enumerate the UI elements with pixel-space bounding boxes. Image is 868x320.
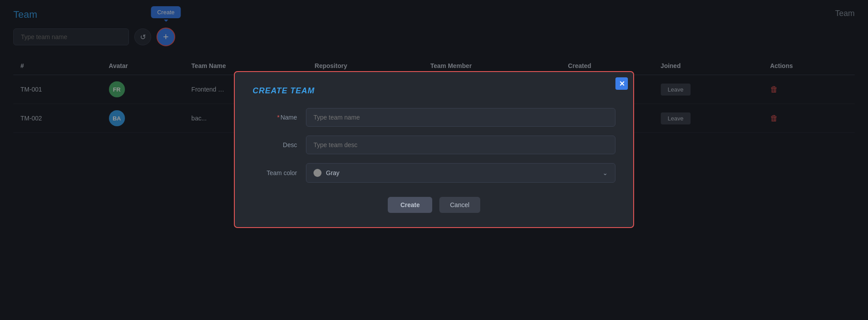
- color-select[interactable]: Gray ⌄: [306, 163, 615, 183]
- form-row-desc: Desc: [253, 136, 615, 154]
- modal-close-button[interactable]: ✕: [615, 77, 628, 90]
- name-input[interactable]: [306, 108, 615, 127]
- modal-create-button[interactable]: Create: [388, 197, 432, 213]
- modal-cancel-button[interactable]: Cancel: [439, 197, 480, 213]
- color-value: Gray: [326, 169, 339, 176]
- desc-input[interactable]: [306, 136, 615, 154]
- modal-title: CREATE TEAM: [253, 86, 615, 96]
- color-label: Team color: [253, 169, 306, 176]
- create-team-modal: ✕ CREATE TEAM *Name Desc Team color: [234, 71, 634, 228]
- modal-overlay: ✕ CREATE TEAM *Name Desc Team color: [0, 0, 868, 320]
- color-select-inner: Gray: [313, 169, 339, 177]
- chevron-down-icon: ⌄: [603, 169, 608, 176]
- required-star: *: [277, 114, 279, 121]
- desc-label: Desc: [253, 141, 306, 148]
- modal-footer: Create Cancel: [253, 197, 615, 213]
- form-row-color: Team color Gray ⌄: [253, 163, 615, 183]
- form-row-name: *Name: [253, 108, 615, 127]
- name-label: *Name: [253, 114, 306, 121]
- color-dot-gray: [313, 169, 321, 177]
- page-container: Team Team ↺ Create + # Avatar Team Name …: [0, 0, 868, 320]
